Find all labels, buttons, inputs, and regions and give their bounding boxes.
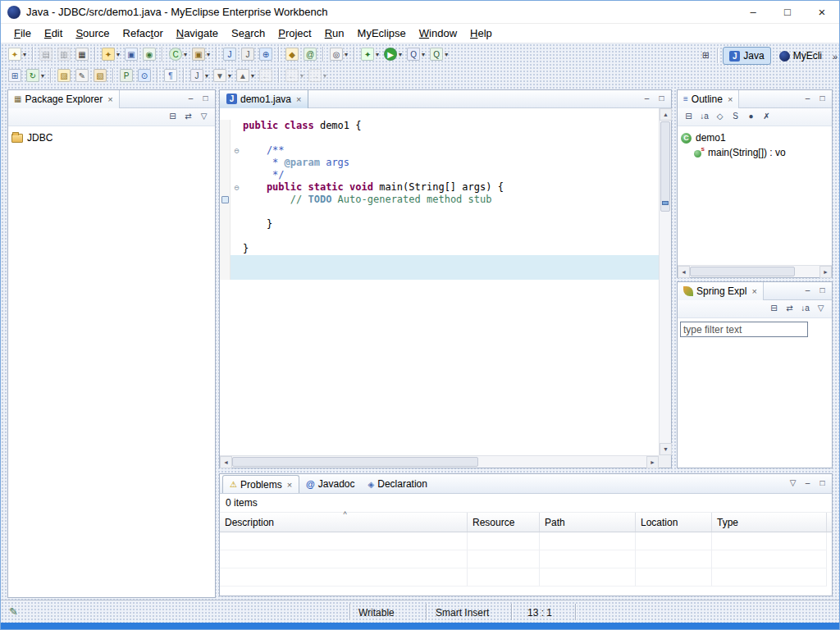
column-header-location[interactable]: Location xyxy=(636,513,712,532)
fold-collapse-icon[interactable]: ⊖ xyxy=(231,144,243,157)
scroll-right-button[interactable]: ► xyxy=(646,456,659,468)
menu-search[interactable]: Search xyxy=(225,24,272,43)
dropdown-arrow-icon[interactable]: ▾ xyxy=(300,72,304,80)
collapse-all-button[interactable]: ⊟ xyxy=(767,302,781,316)
type-filter-input[interactable] xyxy=(680,322,808,337)
column-header-path[interactable]: Path xyxy=(540,513,636,532)
hide-local-types-button[interactable]: ✗ xyxy=(760,110,774,124)
menu-help[interactable]: Help xyxy=(463,24,499,43)
tab-demo1-java[interactable]: J demo1.java × xyxy=(220,90,308,108)
run-button[interactable]: ▶▾ xyxy=(382,47,404,62)
view-menu-button[interactable]: ▽ xyxy=(814,302,828,316)
open-type-button[interactable]: ◎▾ xyxy=(328,47,349,62)
horizontal-scrollbar[interactable]: ◄ ► xyxy=(220,455,659,468)
collapse-all-button[interactable]: ⊟ xyxy=(682,110,696,124)
tab-package-explorer[interactable]: ▦ Package Explorer × xyxy=(8,90,120,108)
outline-horizontal-scrollbar[interactable]: ◄ ► xyxy=(678,265,832,277)
report-design-button[interactable]: ▣ xyxy=(123,47,139,62)
tree-item-jdbc[interactable]: JDBC xyxy=(11,130,212,145)
view-menu-button[interactable]: ▽ xyxy=(787,477,799,490)
dropdown-arrow-icon[interactable]: ▾ xyxy=(345,51,348,58)
print-button[interactable]: ▦ xyxy=(74,47,90,62)
minimize-view-button[interactable]: – xyxy=(801,285,814,297)
coverage-button[interactable]: Q▾ xyxy=(405,47,427,62)
maximize-button[interactable]: □ xyxy=(770,1,805,24)
new-web-project-button[interactable]: ⊞ xyxy=(7,68,23,83)
tab-javadoc[interactable]: @Javadoc xyxy=(299,475,361,493)
scroll-right-button[interactable]: ► xyxy=(819,266,832,278)
fold-collapse-icon[interactable]: ⊖ xyxy=(231,181,243,194)
outline-item-class[interactable]: C demo1 xyxy=(681,130,829,145)
close-icon[interactable]: × xyxy=(107,94,112,104)
last-edit-location-button[interactable]: ← xyxy=(258,68,274,83)
minimize-view-button[interactable]: – xyxy=(641,93,653,105)
dropdown-arrow-icon[interactable]: ▾ xyxy=(251,72,254,80)
menu-window[interactable]: Window xyxy=(413,24,463,43)
web-browser-button[interactable]: ⊕ xyxy=(258,47,274,62)
forward-button[interactable]: →▾ xyxy=(307,68,328,83)
dropdown-arrow-icon[interactable]: ▾ xyxy=(207,51,210,58)
dropdown-arrow-icon[interactable]: ▾ xyxy=(399,51,402,58)
myeclipse-wizard-button[interactable]: ✦▾ xyxy=(100,47,121,62)
dropdown-arrow-icon[interactable]: ▾ xyxy=(23,51,26,58)
menu-navigate[interactable]: Navigate xyxy=(170,24,225,43)
dropdown-arrow-icon[interactable]: ▾ xyxy=(376,51,379,58)
export-jar-button[interactable]: ◆ xyxy=(284,47,300,62)
code-lines[interactable]: public class demo1 {⊖ /** * @param args … xyxy=(220,108,659,455)
dropdown-arrow-icon[interactable]: ▾ xyxy=(422,51,425,58)
perspective-myecli[interactable]: MyEcli xyxy=(774,47,828,65)
link-with-editor-button[interactable]: ⇄ xyxy=(181,110,195,124)
tab-declaration[interactable]: ◈Declaration xyxy=(362,475,434,493)
dropdown-arrow-icon[interactable]: ▾ xyxy=(228,72,231,80)
menu-edit[interactable]: Edit xyxy=(38,24,69,43)
new-java-package-button[interactable]: ▣▾ xyxy=(190,47,212,62)
hide-non-public-button[interactable]: ● xyxy=(744,110,758,124)
scroll-left-button[interactable]: ◄ xyxy=(220,456,232,468)
maximize-view-button[interactable]: □ xyxy=(655,93,668,105)
perspective-java[interactable]: JJava xyxy=(723,47,770,65)
dropdown-arrow-icon[interactable]: ▾ xyxy=(445,51,448,58)
mark-occurrences-button[interactable]: J▾ xyxy=(189,68,210,83)
menu-project[interactable]: Project xyxy=(272,24,317,43)
scroll-up-button[interactable]: ▲ xyxy=(660,108,672,121)
java-application-button[interactable]: J xyxy=(221,47,238,62)
menu-run[interactable]: Run xyxy=(318,24,351,43)
close-button[interactable]: × xyxy=(805,1,839,24)
menu-refactor[interactable]: Refactor xyxy=(116,24,170,43)
vertical-scrollbar[interactable]: ▲ ▼ xyxy=(659,108,671,455)
scroll-down-button[interactable]: ▼ xyxy=(660,443,672,455)
maximize-view-button[interactable]: □ xyxy=(816,477,829,490)
tab-outline[interactable]: ≡ Outline × xyxy=(678,90,739,108)
maximize-view-button[interactable]: □ xyxy=(816,93,829,105)
toolbar-overflow-chevron[interactable]: » xyxy=(833,52,838,62)
refresh-button[interactable]: ↻▾ xyxy=(25,68,46,83)
minimize-view-button[interactable]: – xyxy=(185,93,197,105)
column-header-description[interactable]: Description^ xyxy=(220,513,468,532)
tab-spring-explorer[interactable]: Spring Expl × xyxy=(678,282,764,300)
menu-source[interactable]: Source xyxy=(69,24,116,43)
close-icon[interactable]: × xyxy=(751,286,756,296)
new-button[interactable]: ✦▾ xyxy=(7,47,28,62)
generate-javadoc-button[interactable]: @ xyxy=(302,47,318,62)
open-resource-button[interactable]: ▨ xyxy=(56,68,72,83)
scrollbar-thumb[interactable] xyxy=(232,457,478,467)
collapse-all-button[interactable]: ⊟ xyxy=(166,110,180,124)
sort-button[interactable]: ↓a xyxy=(697,110,711,124)
maximize-view-button[interactable]: □ xyxy=(816,285,829,297)
server-connect-button[interactable]: P xyxy=(118,68,135,83)
deploy-button[interactable]: ◉ xyxy=(141,47,158,62)
view-menu-button[interactable]: ▽ xyxy=(197,110,211,124)
column-header-resource[interactable]: Resource xyxy=(468,513,540,532)
scroll-left-button[interactable]: ◄ xyxy=(678,266,690,278)
new-java-class-button[interactable]: C▾ xyxy=(167,47,189,62)
outline-item-method[interactable]: s main(String[]) : vo xyxy=(681,145,829,160)
editor-content[interactable]: public class demo1 {⊖ /** * @param args … xyxy=(220,108,671,468)
close-icon[interactable]: × xyxy=(728,94,733,104)
back-button[interactable]: ←▾ xyxy=(284,68,305,83)
next-annotation-button[interactable]: ▼▾ xyxy=(212,68,233,83)
hide-fields-button[interactable]: ◇ xyxy=(713,110,727,124)
task-overview-marker[interactable] xyxy=(662,201,669,205)
close-icon[interactable]: × xyxy=(287,480,292,490)
dropdown-arrow-icon[interactable]: ▾ xyxy=(205,72,208,80)
open-perspective-button[interactable]: ⊞ xyxy=(698,48,713,63)
